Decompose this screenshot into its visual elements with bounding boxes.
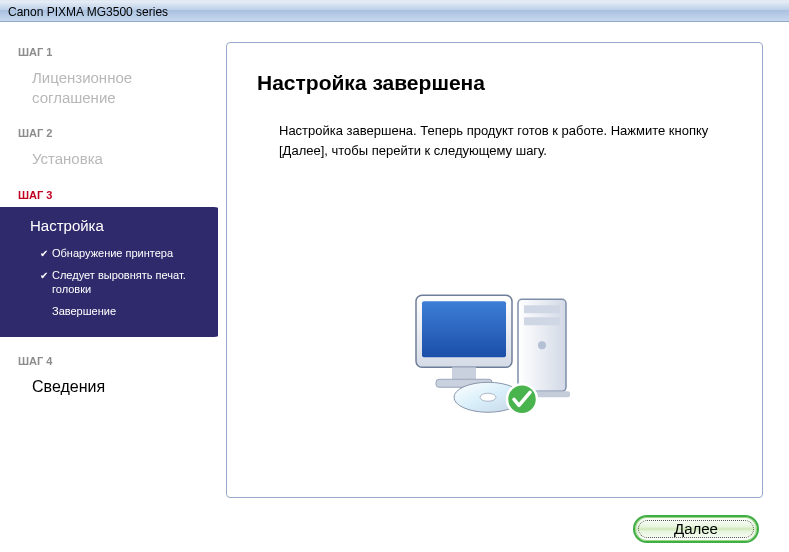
svg-rect-1 bbox=[524, 306, 560, 314]
svg-rect-7 bbox=[452, 368, 476, 380]
substep-label: Обнаружение принтера bbox=[52, 246, 214, 260]
window-titlebar: Canon PIXMA MG3500 series bbox=[0, 0, 789, 22]
step-title-1: Лицензионное соглашение bbox=[0, 64, 218, 117]
check-icon: ✔ bbox=[40, 247, 52, 260]
active-step-title: Настройка bbox=[30, 217, 214, 234]
content-area: ШАГ 1 Лицензионное соглашение ШАГ 2 Уста… bbox=[0, 22, 789, 506]
computer-setup-illustration bbox=[400, 270, 590, 424]
substep-label: Завершение bbox=[52, 304, 214, 318]
footer: Далее bbox=[0, 506, 789, 552]
substep-align-heads: ✔ Следует выровнять печат. головки bbox=[30, 264, 214, 301]
step-label-3: ШАГ 3 bbox=[0, 179, 218, 207]
step-title-2: Установка bbox=[0, 145, 218, 179]
next-button-label: Далее bbox=[674, 520, 718, 537]
check-icon: ✔ bbox=[40, 269, 52, 282]
substep-detect-printer: ✔ Обнаружение принтера bbox=[30, 242, 214, 264]
step-label-1: ШАГ 1 bbox=[0, 36, 218, 64]
window-title: Canon PIXMA MG3500 series bbox=[8, 5, 168, 19]
step-title-4: Сведения bbox=[0, 373, 218, 408]
main-panel: Настройка завершена Настройка завершена.… bbox=[226, 42, 763, 498]
step-label-4: ШАГ 4 bbox=[0, 345, 218, 373]
svg-point-10 bbox=[480, 394, 496, 402]
svg-rect-6 bbox=[422, 302, 506, 358]
svg-rect-2 bbox=[524, 318, 560, 326]
sidebar: ШАГ 1 Лицензионное соглашение ШАГ 2 Уста… bbox=[0, 22, 218, 506]
active-step-block: Настройка ✔ Обнаружение принтера ✔ Следу… bbox=[0, 207, 218, 337]
step-label-2: ШАГ 2 bbox=[0, 117, 218, 145]
next-button[interactable]: Далее bbox=[633, 515, 759, 543]
substep-finish: Завершение bbox=[30, 300, 214, 322]
main-body-text: Настройка завершена. Теперь продукт гото… bbox=[257, 121, 732, 161]
svg-point-3 bbox=[538, 342, 546, 350]
substep-label: Следует выровнять печат. головки bbox=[52, 268, 214, 297]
main-heading: Настройка завершена bbox=[257, 71, 732, 95]
